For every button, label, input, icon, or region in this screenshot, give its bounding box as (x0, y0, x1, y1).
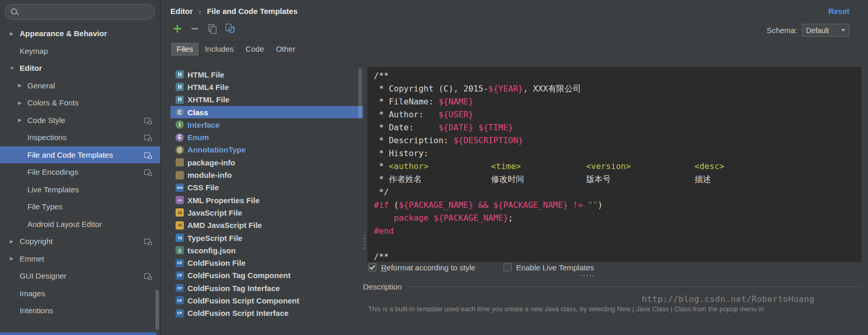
sidebar-scrollbar[interactable] (155, 290, 159, 330)
sidebar-item-images[interactable]: Images (0, 285, 160, 302)
template-item-package-info[interactable]: package-info (170, 156, 363, 169)
code-token: 描述 (695, 174, 711, 184)
code-token: /** (374, 252, 389, 262)
code-token (474, 200, 479, 210)
template-item-label: HTML File (187, 70, 224, 79)
sidebar-item-inspections[interactable]: Inspections (0, 129, 160, 146)
sidebar-item-intentions[interactable]: Intentions (0, 302, 160, 319)
live-templates-checkbox[interactable] (503, 263, 512, 271)
breadcrumb-separator: › (195, 7, 205, 16)
template-item-amd-javascript-file[interactable]: JSAMD JavaScript File (170, 219, 363, 232)
sidebar-item-editor[interactable]: ▼Editor (0, 59, 160, 77)
chevron-right-icon[interactable]: ▶ (10, 31, 13, 36)
search-icon (11, 8, 19, 17)
sidebar-item-copyright[interactable]: ▶Copyright (0, 233, 160, 250)
settings-search[interactable] (5, 4, 155, 20)
tab-includes[interactable]: Includes (199, 42, 240, 56)
breadcrumb-editor: Editor (170, 7, 193, 16)
add-template-button[interactable] (171, 23, 183, 34)
code-token: * (374, 161, 389, 171)
reformat-label[interactable]: Reformat according to style (381, 263, 476, 272)
sidebar-item-label: Live Templates (0, 185, 79, 194)
sidebar-item-colors-fonts[interactable]: ▶Colors & Fonts (0, 94, 160, 112)
sidebar-item-label: File and Code Templates (0, 150, 113, 159)
sidebar-item-appearance-behavior[interactable]: ▶Appearance & Behavior (0, 25, 160, 42)
sidebar-item-file-and-code-templates[interactable]: File and Code Templates (0, 146, 160, 164)
sidebar-item-label: Intentions (0, 306, 53, 315)
code-token: <time> (491, 160, 586, 173)
template-item-coldfusion-tag-interface[interactable]: CFColdFusion Tag Interface (170, 282, 363, 294)
template-item-typescript-file[interactable]: TSTypeScript File (170, 232, 363, 244)
sidebar-item-android-layout-editor[interactable]: Android Layout Editor (0, 216, 160, 233)
chevron-right-icon[interactable]: ▶ (18, 100, 22, 105)
code-token: * History: (374, 148, 429, 158)
template-editor[interactable]: /** * Copyright (C), 2015-${YEAR}, XXX有限… (367, 67, 862, 262)
template-item-tsconfig-json[interactable]: {}tsconfig.json (170, 244, 363, 256)
code-token: ${TIME} (478, 123, 513, 132)
sidebar-item-gui-designer[interactable]: GUI Designer (0, 267, 160, 285)
template-options: Reformat according to style Enable Live … (368, 262, 594, 273)
remove-template-button[interactable] (189, 23, 200, 34)
tab-other[interactable]: Other (270, 42, 301, 56)
code-token: ${DATE} (438, 123, 473, 132)
schema-select[interactable]: Default (802, 24, 849, 37)
shared-config-icon (144, 153, 150, 158)
code-line: * FileName: ${NAME} (374, 95, 861, 108)
tab-files[interactable]: Files (171, 42, 199, 56)
code-token: 作者姓名 (389, 173, 491, 186)
live-templates-label[interactable]: Enable Live Templates (516, 263, 594, 272)
template-item-html4-file[interactable]: HHTML4 File (170, 81, 363, 93)
annotationtype-file-icon: @ (176, 146, 184, 154)
tab-code[interactable]: Code (240, 42, 271, 56)
coldfusion-script-interface-file-icon: CF (176, 309, 184, 317)
splitter-grip[interactable] (364, 234, 366, 251)
chevron-down-icon[interactable]: ▼ (10, 66, 14, 71)
template-item-label: ColdFusion File (187, 258, 246, 267)
code-token: * (374, 174, 389, 184)
coldfusion-tag-component-file-icon: CF (176, 271, 184, 280)
template-list-scrollbar[interactable] (358, 68, 362, 118)
sidebar-item-code-style[interactable]: ▶Code Style (0, 112, 160, 129)
template-item-module-info[interactable]: module-info (170, 169, 363, 181)
sidebar-item-emmet[interactable]: ▶Emmet (0, 250, 160, 268)
sidebar-item-keymap[interactable]: Keymap (0, 42, 160, 60)
template-item-html-file[interactable]: HHTML File (170, 68, 363, 81)
reset-link[interactable]: Reset (828, 7, 849, 16)
description-splitter-grip[interactable] (579, 275, 594, 277)
template-item-class[interactable]: CClass (170, 106, 363, 118)
reset-to-default-button[interactable] (224, 23, 235, 34)
code-token: 修改时间 (491, 173, 586, 186)
settings-search-input[interactable] (22, 6, 150, 19)
sidebar-bottom-highlight (0, 332, 156, 335)
template-item-javascript-file[interactable]: JSJavaScript File (170, 206, 363, 219)
settings-content: Editor › File and Code Templates Reset S… (161, 0, 868, 335)
sidebar-item-file-encodings[interactable]: File Encodings (0, 163, 160, 181)
template-item-coldfusion-script-interface[interactable]: CFColdFusion Script Interface (170, 307, 363, 319)
copy-template-button[interactable] (207, 23, 218, 34)
chevron-right-icon[interactable]: ▶ (10, 256, 13, 261)
template-item-coldfusion-file[interactable]: CFColdFusion File (170, 256, 363, 269)
chevron-right-icon[interactable]: ▶ (18, 83, 22, 88)
template-code: /** * Copyright (C), 2015-${YEAR}, XXX有限… (368, 67, 861, 262)
reformat-checkbox[interactable] (368, 263, 376, 271)
template-item-xml-properties-file[interactable]: <>XML Properties File (170, 194, 363, 206)
template-item-annotationtype[interactable]: @AnnotationType (170, 144, 363, 156)
code-token: && (478, 200, 488, 210)
template-item-coldfusion-tag-component[interactable]: CFColdFusion Tag Component (170, 269, 363, 282)
code-token (568, 200, 573, 210)
template-item-enum[interactable]: EEnum (170, 131, 363, 143)
code-token: #if (374, 200, 389, 210)
template-item-interface[interactable]: IInterface (170, 118, 363, 131)
template-item-xhtml-file[interactable]: HXHTML File (170, 94, 363, 106)
chevron-right-icon[interactable]: ▶ (10, 239, 13, 244)
code-token: * Description: (374, 135, 453, 145)
sidebar-item-general[interactable]: ▶General (0, 77, 160, 95)
sidebar-item-file-types[interactable]: File Types (0, 198, 160, 216)
chevron-right-icon[interactable]: ▶ (18, 117, 22, 123)
sidebar-item-live-templates[interactable]: Live Templates (0, 181, 160, 199)
template-item-label: Class (187, 108, 208, 117)
template-item-css-file[interactable]: cssCSS File (170, 181, 363, 194)
code-token: * Copyright (C), 2015- (374, 84, 488, 94)
template-item-coldfusion-script-component[interactable]: CFColdFusion Script Component (170, 294, 363, 307)
breadcrumb: Editor › File and Code Templates (170, 7, 297, 16)
